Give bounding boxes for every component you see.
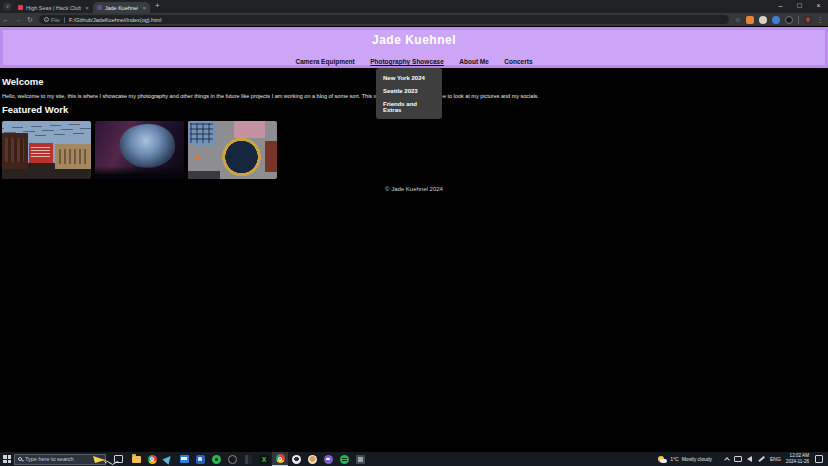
photo-detail [188,171,220,179]
extension-icon-3[interactable] [772,16,780,24]
dark-app-icon[interactable] [240,452,256,466]
photo-detail [95,166,184,179]
extension-icon-2[interactable] [759,16,767,24]
nav-camera-equipment[interactable]: Camera Equipment [295,58,354,65]
search-icon [18,457,22,461]
info-icon: i [44,17,49,22]
dropdown-item-new-york-2024[interactable]: New York 2024 [376,71,442,84]
tab-high-seas[interactable]: High Seas | Hack Club × [14,2,93,13]
dropdown-item-friends-extras[interactable]: Friends and Extras [376,97,442,116]
forward-button[interactable]: → [12,14,24,26]
photo-detail [190,123,213,143]
featured-photo-theater [188,121,277,179]
file-explorer-icon[interactable] [128,452,144,466]
start-button[interactable] [0,452,14,466]
taskbar-search[interactable]: Type here to search [14,454,106,465]
mail-app-icon[interactable] [176,452,192,466]
nav-concerts[interactable]: Concerts [504,58,532,65]
photo-detail [117,121,178,172]
weather-desc: Mostly cloudy [682,456,712,462]
site-footer: © Jade Kuehnel 2024 [2,186,826,192]
green-circle-app-icon[interactable] [208,452,224,466]
photography-showcase-dropdown: New York 2024 Seattle 2023 Friends and E… [376,68,442,119]
featured-photo-public-market [2,121,91,179]
tab-search-button[interactable]: v [3,2,12,11]
dropdown-item-seattle-2023[interactable]: Seattle 2023 [376,84,442,97]
taskbar-apps: X [128,452,368,466]
nav-about-me[interactable]: About Me [459,58,489,65]
hack-club-favicon-icon [18,5,23,10]
close-button[interactable]: × [809,0,828,12]
browser-tabstrip: v High Seas | Hack Club × Jade Kuehnel ×… [0,0,828,13]
site-title: Jade Kuehnel [3,33,825,47]
weather-temp: 1°C [670,456,678,462]
chrome-active-window-icon[interactable] [272,452,288,466]
windows-logo-icon [3,455,11,463]
tray-expand-chevron-icon[interactable] [724,457,730,463]
taskbar-clock[interactable]: 12:02 AM 2024-11-26 [786,453,809,465]
url-scheme-label: File [51,17,60,23]
photo-detail [195,155,200,160]
url-text: F:/Github/JadeKuehnel/index(og).html [69,17,162,23]
discord-icon[interactable] [320,452,336,466]
photo-detail [218,137,264,176]
chrome-icon[interactable] [144,452,160,466]
github-desktop-icon[interactable] [224,452,240,466]
photo-detail [265,141,277,172]
site-nav: Camera Equipment Photography Showcase Ab… [3,50,825,68]
back-button[interactable]: ← [0,14,12,26]
round-avatar-app-icon[interactable] [304,452,320,466]
weather-widget[interactable]: 1°C Mostly cloudy [658,456,712,463]
photo-detail [5,138,25,161]
search-doodle-icon [91,454,119,466]
url-scheme-chip: i File [44,17,60,23]
screen: v High Seas | Hack Club × Jade Kuehnel ×… [0,0,828,466]
search-placeholder: Type here to search [25,456,74,462]
steam-icon[interactable] [288,452,304,466]
browser-toolbar: ← → ↻ i File F:/Github/JadeKuehnel/index… [0,13,828,26]
cloud-icon [660,459,667,463]
taskbar: Type here to search X [0,452,828,466]
chip-separator [64,17,65,23]
extension-icon-1[interactable] [746,16,754,24]
minimize-button[interactable]: – [771,0,790,12]
featured-photos [2,121,826,179]
pen-tray-icon[interactable] [758,456,764,462]
volume-icon[interactable] [747,456,752,462]
cursor-app-icon[interactable] [160,452,176,466]
blue-app-icon[interactable] [192,452,208,466]
display-tray-icon[interactable] [734,456,742,462]
language-indicator[interactable]: ENG [770,456,781,462]
extension-icon-4[interactable] [785,16,793,24]
window-controls: – ▢ × [771,0,828,12]
tab-close-icon[interactable]: × [142,5,146,11]
nav-photography-showcase[interactable]: Photography Showcase [370,58,444,65]
reload-button[interactable]: ↻ [24,14,36,26]
featured-photo-museum [95,121,184,179]
browser-menu-icon[interactable]: ⋮ [817,16,824,24]
system-tray: 1°C Mostly cloudy ENG 12:02 AM 2024-11-2… [658,452,828,466]
tab-label: High Seas | Hack Club [26,5,81,11]
tab-jade-kuehnel[interactable]: Jade Kuehnel × [93,2,150,13]
terminal-app-icon[interactable] [352,452,368,466]
site-header: Jade Kuehnel Camera Equipment Photograph… [0,27,828,68]
tab-label: Jade Kuehnel [105,5,139,11]
profile-avatar[interactable] [804,16,812,24]
photo-detail [59,149,88,164]
new-tab-button[interactable]: + [155,1,160,11]
action-center-icon[interactable] [815,455,823,463]
bookmark-star-icon[interactable]: ☆ [735,16,741,24]
photo-detail [31,147,50,160]
tab-close-icon[interactable]: × [85,5,89,11]
clock-date: 2024-11-26 [786,459,809,465]
toolbar-separator [798,16,799,24]
photo-detail [234,121,264,138]
address-bar[interactable]: i File F:/Github/JadeKuehnel/index(og).h… [39,15,729,24]
maximize-button[interactable]: ▢ [790,0,809,12]
site-favicon-icon [97,5,102,10]
green-x-app-icon[interactable]: X [256,452,272,466]
spotify-icon[interactable] [336,452,352,466]
webpage: Jade Kuehnel Camera Equipment Photograph… [0,26,828,452]
